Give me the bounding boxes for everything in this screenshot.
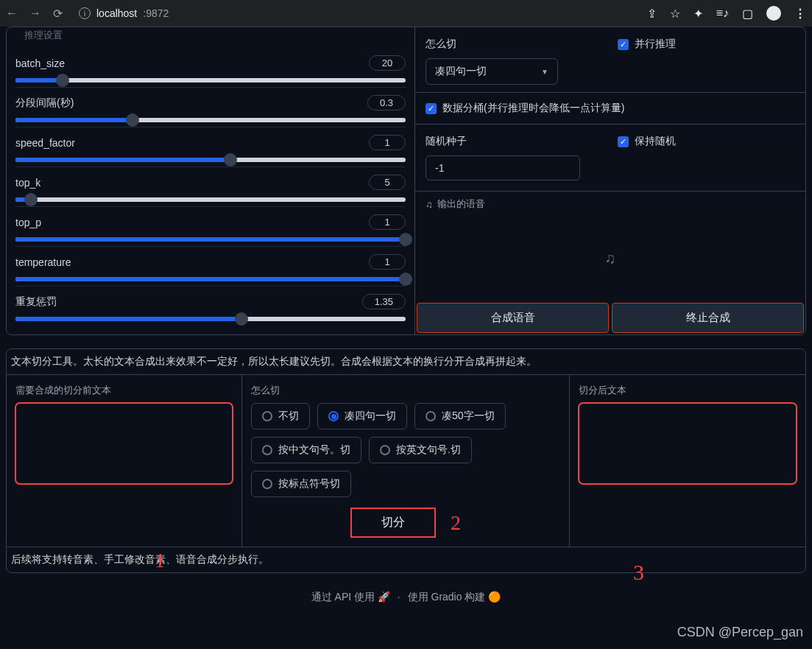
bucket-checkbox-row[interactable]: ✓ 数据分桶(并行推理时会降低一点计算量) [426,102,795,115]
panel-icon[interactable]: ▢ [742,7,753,21]
seg-interval-value[interactable]: 0.3 [367,95,406,110]
radio-icon [262,479,272,489]
url-host: localhost [96,7,137,19]
inference-title: 推理设置 [15,27,406,48]
seed-input[interactable]: -1 [426,155,580,180]
parallel-checkbox-row[interactable]: ✓ 并行推理 [618,38,795,51]
back-icon[interactable]: ← [6,7,18,20]
keep-random-row[interactable]: ✓ 保持随机 [618,135,795,148]
api-link[interactable]: 通过 API 使用 [311,591,375,603]
music-note-icon: ♫ [426,199,433,210]
avatar-icon[interactable] [766,6,781,21]
repeat-penalty-slider[interactable] [15,317,406,321]
repeat-penalty-label: 重复惩罚 [15,295,57,309]
rocket-icon: 🚀 [378,591,390,603]
radio-icon [328,411,339,421]
pre-text-input[interactable] [15,403,233,484]
music-placeholder-icon: ♫ [605,250,616,267]
audio-output-area: ♫ [415,214,805,303]
how-cut-label: 怎么切 [426,38,603,51]
chevron-down-icon: ▼ [541,68,548,76]
watermark: CSDN @Percep_gan [677,625,803,640]
seg-interval-label: 分段间隔(秒) [15,97,74,110]
post-text-label: 切分后文本 [579,384,797,397]
slider-seg-interval: 分段间隔(秒) 0.3 [15,88,406,127]
footer-credits: 通过 API 使用 🚀 · 使用 Gradio 构建 🟠 [6,573,806,610]
bucket-checkbox[interactable]: ✓ [426,103,437,114]
post-text-output[interactable] [579,403,797,484]
radio-four-sentence[interactable]: 凑四句一切 [317,403,407,429]
slider-repeat-penalty: 重复惩罚 1.35 [15,287,406,326]
url-port: :9872 [143,7,169,19]
tool-description: 文本切分工具。太长的文本合成出来效果不一定好，所以太长建议先切。合成会根据文本的… [7,349,805,374]
radio-punct[interactable]: 按标点符号切 [251,471,351,497]
top-k-label: top_k [15,177,40,189]
top-p-label: top_p [15,217,41,228]
keep-random-checkbox[interactable]: ✓ [618,136,629,147]
bucket-label: 数据分桶(并行推理时会降低一点计算量) [442,102,624,115]
inference-panel: 推理设置 batch_size 20 分段间隔(秒) 0.3 [6,27,806,335]
playlist-icon[interactable]: ≡♪ [716,7,729,20]
keep-random-label: 保持随机 [635,135,676,148]
stop-button[interactable]: 终止合成 [612,303,804,333]
reload-icon[interactable]: ⟳ [53,7,63,21]
tool-footer: 后续将支持转音素、手工修改音素、语音合成分步执行。 [7,547,805,572]
seed-label: 随机种子 [426,135,603,148]
browser-toolbar: ← → ⟳ i localhost:9872 ⇪ ☆ ✦ ≡♪ ▢ ⋮ [0,0,812,27]
slider-top-k: top_k 5 [15,167,406,207]
slider-top-p: top_p 1 [15,207,406,247]
radio-cn-period[interactable]: 按中文句号。切 [251,437,361,463]
annotation-3: 3 [633,560,644,585]
synthesize-button[interactable]: 合成语音 [417,303,609,333]
radio-fifty-char[interactable]: 凑50字一切 [414,403,506,429]
top-p-slider[interactable] [15,237,406,242]
temperature-value[interactable]: 1 [369,254,406,270]
slider-temperature: temperature 1 [15,247,406,287]
top-p-value[interactable]: 1 [369,214,406,230]
gradio-link[interactable]: 使用 Gradio 构建 [408,591,486,603]
how-cut-value: 凑四句一切 [435,65,487,78]
top-k-slider[interactable] [15,197,406,202]
cut-button[interactable]: 切分 [350,508,436,538]
parallel-label: 并行推理 [635,38,676,51]
parallel-checkbox[interactable]: ✓ [618,39,629,50]
site-info-icon[interactable]: i [79,7,91,19]
radio-no-cut[interactable]: 不切 [251,403,310,429]
url-bar[interactable]: i localhost:9872 [79,7,169,19]
top-k-value[interactable]: 5 [369,175,406,190]
radio-icon [380,445,390,455]
forward-icon[interactable]: → [29,7,41,20]
batch-size-label: batch_size [15,57,65,69]
gradio-icon: 🟠 [488,591,501,603]
annotation-1: 1 [155,549,165,572]
radio-en-period[interactable]: 按英文句号.切 [369,437,472,463]
pre-text-label: 需要合成的切分前文本 [15,384,233,397]
menu-icon[interactable]: ⋮ [794,7,806,21]
extensions-icon[interactable]: ✦ [693,7,703,21]
bookmark-icon[interactable]: ☆ [670,7,680,21]
radio-icon [262,445,272,455]
how-cut-label-2: 怎么切 [251,384,560,397]
speed-factor-value[interactable]: 1 [369,135,406,150]
audio-out-label: ♫ 输出的语音 [415,192,805,214]
slider-speed-factor: speed_factor 1 [15,127,406,167]
text-split-panel: 文本切分工具。太长的文本合成出来效果不一定好，所以太长建议先切。合成会根据文本的… [6,348,806,573]
seg-interval-slider[interactable] [15,118,406,122]
share-icon[interactable]: ⇪ [647,7,657,21]
batch-size-slider[interactable] [15,78,406,83]
how-cut-dropdown[interactable]: 凑四句一切 ▼ [426,58,558,85]
repeat-penalty-value[interactable]: 1.35 [362,294,406,309]
speed-factor-label: speed_factor [15,137,75,149]
annotation-2: 2 [451,511,461,535]
radio-icon [262,411,272,421]
temperature-label: temperature [15,256,71,268]
temperature-slider[interactable] [15,277,406,281]
slider-batch-size: batch_size 20 [15,48,406,88]
speed-factor-slider[interactable] [15,158,406,162]
batch-size-value[interactable]: 20 [369,55,406,71]
radio-icon [426,411,436,421]
